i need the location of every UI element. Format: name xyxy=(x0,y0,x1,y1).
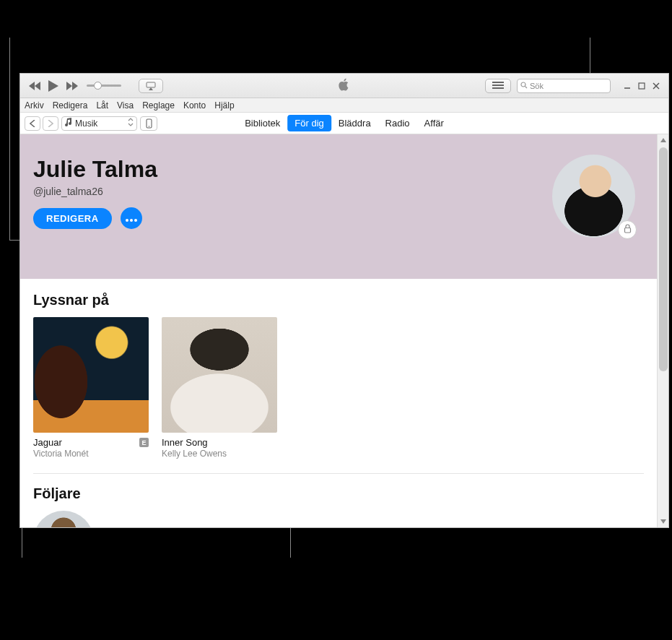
listening-section: Lyssnar på Jaguar E Victoria Monét Inne xyxy=(20,279,657,459)
app-window: Sök Arkiv Redigera Låt Visa Reglage Kont… xyxy=(19,73,669,528)
album-item[interactable]: Inner Song Kelly Lee Owens xyxy=(162,317,277,459)
album-artist: Kelly Lee Owens xyxy=(162,449,277,459)
apple-logo-icon xyxy=(339,78,350,94)
menu-hjalp[interactable]: Hjälp xyxy=(214,100,234,111)
follower-avatar[interactable] xyxy=(33,511,94,527)
menu-bar: Arkiv Redigera Låt Visa Reglage Konto Hj… xyxy=(20,98,668,113)
next-button[interactable] xyxy=(65,79,79,93)
scroll-thumb[interactable] xyxy=(659,147,668,371)
back-button[interactable] xyxy=(25,116,40,131)
followers-title: Följare xyxy=(33,485,644,502)
profile-avatar-area xyxy=(552,155,635,238)
window-controls xyxy=(621,79,663,92)
tab-bibliotek[interactable]: Bibliotek xyxy=(237,115,287,131)
tab-affar[interactable]: Affär xyxy=(417,115,451,131)
album-title: Inner Song xyxy=(162,437,208,448)
minimize-button[interactable] xyxy=(621,79,634,92)
volume-slider[interactable] xyxy=(87,85,130,87)
scroll-down-arrow[interactable] xyxy=(658,516,668,527)
album-list: Jaguar E Victoria Monét Inner Song Kelly… xyxy=(33,317,644,459)
profile-handle: @julie_talma26 xyxy=(33,186,637,197)
menu-redigera[interactable]: Redigera xyxy=(53,100,88,111)
play-button[interactable] xyxy=(46,79,61,93)
svg-point-13 xyxy=(130,219,133,222)
album-title: Jaguar xyxy=(33,437,62,448)
chevron-updown-icon xyxy=(128,118,134,129)
svg-line-5 xyxy=(525,86,528,88)
svg-point-4 xyxy=(521,82,525,87)
maximize-button[interactable] xyxy=(635,79,648,92)
followers-section: Följare xyxy=(20,474,657,527)
svg-point-11 xyxy=(148,126,149,127)
more-icon xyxy=(126,212,137,225)
callout-line xyxy=(9,38,10,240)
main-tabs: Bibliotek För dig Bläddra Radio Affär xyxy=(237,115,451,131)
player-toolbar: Sök xyxy=(20,74,668,98)
album-artist: Victoria Monét xyxy=(33,449,149,459)
nav-toolbar: Musik Bibliotek För dig Bläddra Radio Af… xyxy=(20,113,668,134)
menu-reglage[interactable]: Reglage xyxy=(142,100,175,111)
svg-rect-15 xyxy=(624,228,630,233)
tab-radio[interactable]: Radio xyxy=(378,115,417,131)
privacy-lock-badge[interactable] xyxy=(618,220,637,239)
scroll-up-arrow[interactable] xyxy=(658,134,668,146)
menu-lat[interactable]: Låt xyxy=(96,100,108,111)
tab-bladdra[interactable]: Bläddra xyxy=(331,115,378,131)
previous-button[interactable] xyxy=(27,79,42,93)
svg-point-12 xyxy=(126,219,128,222)
explicit-badge: E xyxy=(139,438,149,447)
search-input[interactable]: Sök xyxy=(517,79,611,93)
playback-controls xyxy=(20,79,163,93)
content-area: Julie Talma @julie_talma26 REDIGERA xyxy=(20,134,668,527)
svg-rect-3 xyxy=(492,87,504,89)
profile-actions: REDIGERA xyxy=(33,207,637,229)
search-placeholder: Sök xyxy=(530,82,544,90)
device-button[interactable] xyxy=(140,116,157,131)
svg-rect-2 xyxy=(492,85,504,86)
svg-point-14 xyxy=(134,219,137,222)
svg-rect-1 xyxy=(492,82,504,83)
tab-for-dig[interactable]: För dig xyxy=(287,115,331,131)
profile-header: Julie Talma @julie_talma26 REDIGERA xyxy=(20,134,657,279)
lock-icon xyxy=(624,223,632,236)
album-item[interactable]: Jaguar E Victoria Monét xyxy=(33,317,149,459)
media-type-label: Musik xyxy=(75,118,97,129)
menu-arkiv[interactable]: Arkiv xyxy=(25,100,44,111)
listening-title: Lyssnar på xyxy=(33,292,644,308)
forward-button[interactable] xyxy=(43,116,58,131)
menu-konto[interactable]: Konto xyxy=(183,100,206,111)
svg-rect-0 xyxy=(147,82,155,87)
more-button[interactable] xyxy=(121,207,142,229)
media-type-selector[interactable]: Musik xyxy=(61,116,137,131)
profile-name: Julie Talma xyxy=(33,156,637,183)
album-cover[interactable] xyxy=(33,317,149,433)
airplay-button[interactable] xyxy=(139,79,163,93)
svg-rect-7 xyxy=(639,83,645,89)
menu-visa[interactable]: Visa xyxy=(117,100,134,111)
vertical-scrollbar[interactable] xyxy=(657,134,668,527)
edit-profile-button[interactable]: REDIGERA xyxy=(33,208,112,229)
music-note-icon xyxy=(65,118,72,129)
queue-button[interactable] xyxy=(485,79,511,93)
album-cover[interactable] xyxy=(162,317,277,433)
titlebar-right: Sök xyxy=(485,79,663,93)
close-button[interactable] xyxy=(650,79,663,92)
search-icon xyxy=(520,82,528,90)
profile-page: Julie Talma @julie_talma26 REDIGERA xyxy=(20,134,657,527)
